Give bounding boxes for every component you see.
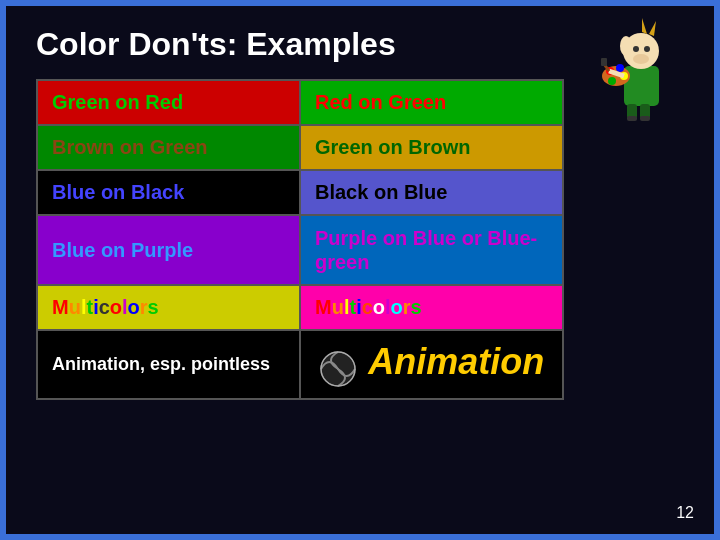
svg-rect-19 (640, 116, 650, 121)
cell-multicolors-left: Multicolors (37, 285, 300, 330)
cell-animation-left: Animation, esp. pointless (37, 330, 300, 399)
svg-rect-0 (624, 66, 659, 106)
svg-marker-3 (649, 21, 656, 36)
cell-brown-on-green: Brown on Green (37, 125, 300, 170)
table-row: Brown on Green Green on Brown (37, 125, 563, 170)
svg-point-10 (616, 64, 624, 72)
page-number: 12 (676, 504, 694, 522)
spinning-ball-icon (319, 350, 357, 388)
svg-rect-15 (601, 58, 607, 66)
svg-point-12 (608, 77, 616, 85)
table-row: Green on Red Red on Green (37, 80, 563, 125)
svg-marker-4 (642, 18, 647, 34)
cell-green-on-red: Green on Red (37, 80, 300, 125)
animation-stylized-text: Animation (368, 341, 544, 382)
mascot-icon (594, 16, 694, 126)
multi-left-text: Multicolors (52, 296, 159, 318)
table-row: Blue on Black Black on Blue (37, 170, 563, 215)
color-table: Green on Red Red on Green Brown on Green… (36, 79, 564, 400)
svg-rect-18 (627, 116, 637, 121)
slide: Color Don'ts: Examples Green on Red Red … (0, 0, 720, 540)
cell-blue-on-black: Blue on Black (37, 170, 300, 215)
cell-green-on-brown: Green on Brown (300, 125, 563, 170)
cell-black-on-blue: Black on Blue (300, 170, 563, 215)
svg-point-6 (644, 46, 650, 52)
svg-point-7 (633, 54, 649, 64)
table-row: Blue on Purple Purple on Blue or Blue-gr… (37, 215, 563, 285)
examples-table: Green on Red Red on Green Brown on Green… (36, 79, 564, 400)
cell-red-on-green: Red on Green (300, 80, 563, 125)
multi-right-text: Multicolors (315, 296, 422, 318)
table-row: Animation, esp. pointless Animation (37, 330, 563, 399)
svg-point-2 (620, 36, 632, 56)
svg-point-5 (633, 46, 639, 52)
purple-on-blue-text: Purple on Blue or Blue-green (315, 227, 537, 273)
cell-animation-right: Animation (300, 330, 563, 399)
table-row: Multicolors Multicolors (37, 285, 563, 330)
animation-label: Animation, esp. pointless (52, 354, 270, 374)
cell-purple-on-blue: Purple on Blue or Blue-green (300, 215, 563, 285)
cell-multicolors-right: Multicolors (300, 285, 563, 330)
cell-blue-on-purple: Blue on Purple (37, 215, 300, 285)
